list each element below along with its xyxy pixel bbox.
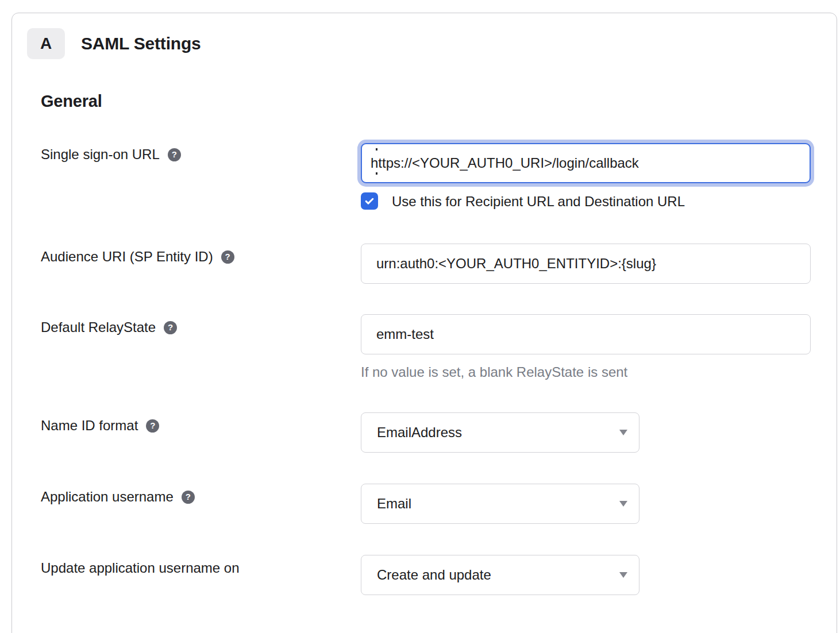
field-label-group: Name ID format ? <box>41 412 361 434</box>
help-icon[interactable]: ? <box>168 148 181 161</box>
default-relaystate-input[interactable] <box>361 314 811 354</box>
help-icon-glyph: ? <box>225 248 230 265</box>
saml-settings-card: A SAML Settings General Single sign-on U… <box>11 13 837 633</box>
help-icon-glyph: ? <box>150 417 155 434</box>
update-application-username-on-label: Update application username on <box>41 559 240 577</box>
single-sign-on-url-input[interactable] <box>361 143 811 183</box>
text-cursor-icon <box>376 148 377 175</box>
card-header: A SAML Settings <box>27 28 837 59</box>
recipient-url-checkbox-label[interactable]: Use this for Recipient URL and Destinati… <box>392 192 685 210</box>
update-application-username-on-select[interactable]: Create and update <box>361 555 639 595</box>
field-row-default-relaystate: Default RelayState ? If no value is set,… <box>41 314 837 381</box>
default-relaystate-label: Default RelayState <box>41 319 156 336</box>
help-icon[interactable]: ? <box>182 491 195 504</box>
field-row-name-id-format: Name ID format ? EmailAddress <box>41 412 837 453</box>
group-title: General <box>41 91 837 111</box>
chevron-down-icon <box>619 430 627 435</box>
field-label-group: Application username ? <box>41 484 361 505</box>
field-control-group: Email <box>361 484 639 524</box>
application-username-select[interactable]: Email <box>361 484 639 524</box>
section-badge-letter: A <box>40 34 52 53</box>
field-label-group: Single sign-on URL ? <box>41 143 361 163</box>
single-sign-on-url-input-wrap <box>361 143 811 183</box>
name-id-format-label: Name ID format <box>41 417 138 434</box>
single-sign-on-url-label: Single sign-on URL <box>41 146 160 163</box>
recipient-url-checkbox-row: Use this for Recipient URL and Destinati… <box>361 192 811 210</box>
field-control-group: EmailAddress <box>361 412 639 453</box>
section-title: SAML Settings <box>81 34 201 53</box>
chevron-down-icon <box>619 501 627 507</box>
section-badge: A <box>27 28 65 59</box>
help-icon-glyph: ? <box>172 146 177 163</box>
field-control-group: Use this for Recipient URL and Destinati… <box>361 143 811 210</box>
update-application-username-on-selected-value: Create and update <box>377 567 491 583</box>
field-control-group: If no value is set, a blank RelayState i… <box>361 314 811 381</box>
help-icon[interactable]: ? <box>164 321 177 334</box>
field-label-group: Default RelayState ? <box>41 314 361 336</box>
field-row-audience-uri: Audience URI (SP Entity ID) ? <box>41 244 837 284</box>
help-icon[interactable]: ? <box>146 419 159 433</box>
help-icon-glyph: ? <box>186 488 191 505</box>
audience-uri-input[interactable] <box>361 244 811 284</box>
field-control-group: Create and update <box>361 555 639 595</box>
name-id-format-selected-value: EmailAddress <box>377 424 462 441</box>
field-label-group: Update application username on <box>41 555 361 577</box>
field-row-single-sign-on-url: Single sign-on URL ? Use this for Recipi… <box>41 143 837 210</box>
help-icon-glyph: ? <box>168 319 173 336</box>
default-relaystate-hint: If no value is set, a blank RelayState i… <box>361 364 811 381</box>
recipient-url-checkbox[interactable] <box>361 192 378 210</box>
chevron-down-icon <box>619 572 627 578</box>
field-row-update-application-username-on: Update application username on Create an… <box>41 555 837 595</box>
application-username-selected-value: Email <box>377 496 411 512</box>
application-username-label: Application username <box>41 488 174 505</box>
checkmark-icon <box>364 195 375 207</box>
audience-uri-label: Audience URI (SP Entity ID) <box>41 248 213 265</box>
field-control-group <box>361 244 811 284</box>
field-label-group: Audience URI (SP Entity ID) ? <box>41 244 361 265</box>
name-id-format-select[interactable]: EmailAddress <box>361 412 639 453</box>
help-icon[interactable]: ? <box>221 250 234 264</box>
field-row-application-username: Application username ? Email <box>41 484 837 524</box>
